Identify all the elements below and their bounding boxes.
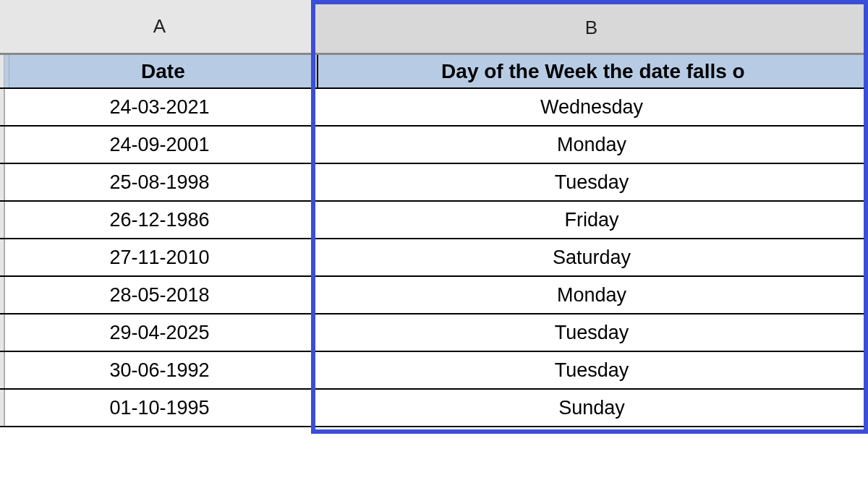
table-row: 24-03-2021 Wednesday	[0, 89, 868, 127]
cell-day[interactable]: Tuesday	[315, 314, 868, 351]
cell-date[interactable]: 28-05-2018	[4, 277, 315, 313]
cell-day[interactable]: Tuesday	[315, 352, 868, 388]
table-row: 28-05-2018 Monday	[0, 277, 868, 314]
cell-date[interactable]: 29-04-2025	[4, 314, 315, 351]
header-day[interactable]: Day of the Week the date falls o	[318, 55, 868, 87]
table-row: 27-11-2010 Saturday	[0, 239, 868, 277]
table-header-row: Date Day of the Week the date falls o	[0, 54, 868, 89]
column-header-a[interactable]: A	[4, 0, 315, 53]
table-row: 24-09-2001 Monday	[0, 127, 868, 164]
table-row: 25-08-1998 Tuesday	[0, 164, 868, 202]
i-day[interactable]: Sunday	[315, 390, 868, 426]
spreadsheet-grid: A B Date Day of the Week the date falls …	[0, 0, 868, 427]
cell-date[interactable]: 24-03-2021	[4, 89, 315, 125]
cell-date[interactable]: 25-08-1998	[4, 164, 315, 200]
cell-date[interactable]: 01-10-1995	[4, 390, 315, 426]
cell-day[interactable]: Wednesday	[315, 89, 868, 125]
table-row: 26-12-1986 Friday	[0, 202, 868, 239]
cell-date[interactable]: 27-11-2010	[4, 239, 315, 275]
cell-day[interactable]: Monday	[315, 277, 868, 313]
table-row: 30-06-1992 Tuesday	[0, 352, 868, 390]
cell-day[interactable]: Monday	[315, 127, 868, 163]
row-gutter	[0, 55, 4, 87]
cell-day[interactable]: Friday	[315, 202, 868, 238]
cell-day[interactable]: Saturday	[315, 239, 868, 275]
table-row: 29-04-2025 Tuesday	[0, 314, 868, 352]
table-row: 01-10-1995 Sunday	[0, 390, 868, 427]
cell-date[interactable]: 24-09-2001	[4, 127, 315, 163]
column-header-b[interactable]: B	[315, 0, 868, 53]
header-date[interactable]: Date	[9, 55, 318, 87]
cell-day[interactable]: Tuesday	[315, 164, 868, 200]
cell-date[interactable]: 26-12-1986	[4, 202, 315, 238]
cell-date[interactable]: 30-06-1992	[4, 352, 315, 388]
column-headers-row: A B	[0, 0, 868, 54]
